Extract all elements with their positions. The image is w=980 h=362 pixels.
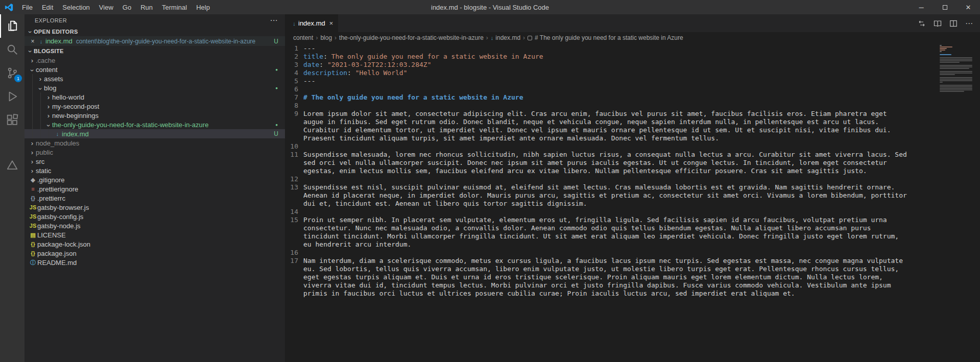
breadcrumb-item[interactable]: blog <box>320 34 332 41</box>
code-line: 1--- <box>285 44 936 53</box>
chevron-down-icon: › <box>27 29 34 36</box>
tree-item[interactable]: ›static <box>25 166 285 175</box>
tree-item-label: .gitignore <box>37 176 64 184</box>
search-icon[interactable] <box>0 38 25 61</box>
tree-item[interactable]: ↓index.mdU <box>25 129 285 138</box>
close-editor-icon[interactable]: × <box>29 38 37 45</box>
line-number: 5 <box>285 77 298 85</box>
breadcrumb-item[interactable]: the-only-guide-you-need-for-a-static-web… <box>339 34 484 41</box>
chevron-right-icon: › <box>29 57 36 64</box>
tree-item[interactable]: {}.prettierrc <box>25 194 285 203</box>
close-icon[interactable]: ✕ <box>957 0 980 14</box>
run-debug-icon[interactable] <box>0 85 25 108</box>
line-number: 9 <box>285 110 298 142</box>
minimap-line <box>940 79 972 80</box>
minimap-line <box>940 86 972 87</box>
code-line: 7# The only guide you need for a static … <box>285 93 936 102</box>
close-tab-icon[interactable]: × <box>329 19 333 27</box>
info-icon: ⓘ <box>29 259 37 267</box>
menu-terminal[interactable]: Terminal <box>157 0 192 14</box>
minimap[interactable] <box>936 43 980 362</box>
tree-item[interactable]: ›hello-world <box>25 92 285 102</box>
tree-item[interactable]: JSgatsby-config.js <box>25 212 285 221</box>
source-control-icon[interactable]: 1 <box>0 61 25 85</box>
open-preview-icon[interactable] <box>934 19 942 28</box>
tree-item[interactable]: ▤LICENSE <box>25 230 285 239</box>
chevron-down-icon: › <box>45 122 53 129</box>
breadcrumb-item[interactable]: ↓index.md <box>491 34 520 41</box>
minimap-line <box>940 68 969 69</box>
menu-selection[interactable]: Selection <box>58 0 94 14</box>
chevron-right-icon: › <box>29 167 36 175</box>
more-actions-icon[interactable]: ⋯ <box>270 16 278 25</box>
git-icon: ◆ <box>29 177 37 183</box>
markdown-icon: ↓ <box>290 20 298 27</box>
open-editors-section[interactable]: › OPEN EDITORS <box>25 27 285 36</box>
tree-item-label: blog <box>44 84 57 92</box>
chevron-right-icon: › <box>29 158 36 165</box>
breadcrumb-item[interactable]: content <box>293 34 313 41</box>
tree-item[interactable]: JSgatsby-node.js <box>25 221 285 230</box>
line-number: 4 <box>285 69 298 77</box>
tree-item[interactable]: ›my-second-post <box>25 102 285 111</box>
tree-item[interactable]: {}package-lock.json <box>25 239 285 249</box>
chevron-right-icon: › <box>45 93 52 101</box>
menu-view[interactable]: View <box>94 0 118 14</box>
tree-item-label: public <box>36 149 53 156</box>
tree-item[interactable]: ›blog● <box>25 83 285 92</box>
chevron-right-icon: › <box>45 112 52 119</box>
line-number: 1 <box>285 44 298 53</box>
tree-item-label: assets <box>44 75 63 83</box>
tree-item[interactable]: JSgatsby-browser.js <box>25 203 285 212</box>
tree-item-label: gatsby-config.js <box>37 213 83 221</box>
js-icon: JS <box>29 223 37 229</box>
minimize-icon[interactable]: ─ <box>910 0 933 14</box>
open-changes-icon[interactable] <box>918 19 926 28</box>
workspace-section[interactable]: › BLOGSITE <box>25 46 285 56</box>
line-number: 3 <box>285 61 298 69</box>
code-line: 4description: "Hello World" <box>285 69 936 77</box>
editor-area: 1---2title: The only guide you need for … <box>285 43 980 362</box>
code-text: Suspendisse malesuada, lorem nec rhoncus… <box>303 151 936 175</box>
menu-go[interactable]: Go <box>118 0 136 14</box>
minimap-line <box>940 54 951 55</box>
tab-index-md[interactable]: ↓ index.md × <box>285 14 339 32</box>
tree-item[interactable]: ›public <box>25 148 285 157</box>
breadcrumb-label: the-only-guide-you-need-for-a-static-web… <box>339 34 484 41</box>
tree-item[interactable]: ›content● <box>25 65 285 74</box>
tree-item[interactable]: ⓘREADME.md <box>25 258 285 267</box>
tree-item[interactable]: ›new-beginnings <box>25 111 285 120</box>
split-editor-icon[interactable] <box>949 19 958 28</box>
tree-item-label: my-second-post <box>52 103 99 110</box>
menu-edit[interactable]: Edit <box>37 0 58 14</box>
markdown-icon: ↓ <box>37 38 45 44</box>
maximize-icon[interactable] <box>933 0 957 14</box>
explorer-icon[interactable] <box>0 14 25 38</box>
open-editor-item[interactable]: × ↓ index.md content\blog\the-only-guide… <box>25 36 285 46</box>
code-line: 12 <box>285 175 936 183</box>
tree-item[interactable]: ›assets <box>25 74 285 83</box>
menu-file[interactable]: File <box>17 0 37 14</box>
breadcrumb-item[interactable]: # The only guide you need for a static w… <box>528 34 683 41</box>
triangle-extension-icon[interactable] <box>0 153 25 177</box>
more-actions-icon[interactable]: ⋯ <box>965 19 973 28</box>
menu-run[interactable]: Run <box>136 0 157 14</box>
tab-label: index.md <box>298 19 325 27</box>
menu-help[interactable]: Help <box>192 0 214 14</box>
tree-item[interactable]: ≡.prettierignore <box>25 184 285 194</box>
extensions-icon[interactable] <box>0 108 25 132</box>
tree-item[interactable]: ›src <box>25 157 285 166</box>
tree-item-label: src <box>36 158 44 165</box>
tree-item[interactable]: {}package.json <box>25 249 285 258</box>
code-line: 10 <box>285 142 936 151</box>
line-number: 13 <box>285 183 298 208</box>
editor[interactable]: 1---2title: The only guide you need for … <box>285 43 936 362</box>
open-editor-path: content\blog\the-only-guide-you-need-for… <box>76 38 256 45</box>
tree-item[interactable]: ◆.gitignore <box>25 175 285 184</box>
tree-item[interactable]: ›the-only-guide-you-need-for-a-static-we… <box>25 120 285 129</box>
minimap-line <box>940 48 947 49</box>
menu-bar: FileEditSelectionViewGoRunTerminalHelp <box>17 0 214 14</box>
tree-item[interactable]: ›node_modules <box>25 138 285 148</box>
tree-item[interactable]: ›.cache <box>25 56 285 65</box>
license-icon: ▤ <box>29 232 37 238</box>
